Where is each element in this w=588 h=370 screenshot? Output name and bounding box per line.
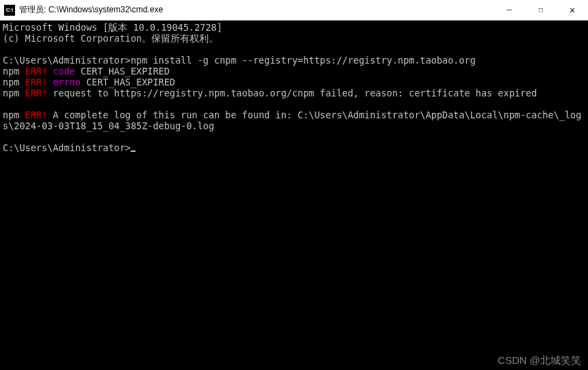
err-code-label: code: [47, 66, 75, 77]
minimize-button[interactable]: ─: [494, 0, 525, 21]
watermark: CSDN @北城笑笑: [498, 355, 581, 366]
terminal-line: (c) Microsoft Corporation。保留所有权利。: [3, 33, 218, 44]
err-label: ERR!: [25, 88, 48, 98]
npm-label: npm: [3, 66, 25, 77]
cmd-icon-text: C:\: [6, 7, 14, 13]
prompt-path: C:\Users\Administrator>: [3, 142, 131, 153]
err-errno-label: errno: [47, 77, 81, 88]
window-title: 管理员: C:\Windows\system32\cmd.exe: [19, 4, 163, 16]
prompt-path: C:\Users\Administrator>: [3, 55, 131, 66]
window-titlebar: C:\ 管理员: C:\Windows\system32\cmd.exe ─ □…: [0, 0, 588, 21]
err-log-text: A complete log of this run can be found …: [3, 109, 581, 131]
err-label: ERR!: [25, 109, 48, 120]
err-label: ERR!: [25, 66, 48, 77]
titlebar-buttons: ─ □ ×: [494, 0, 588, 21]
err-request-text: request to https://registry.npm.taobao.o…: [47, 88, 537, 98]
cursor: [131, 150, 136, 152]
npm-label: npm: [3, 77, 25, 88]
terminal-area[interactable]: Microsoft Windows [版本 10.0.19045.2728] (…: [0, 21, 588, 370]
prompt-command: npm install -g cnpm --registry=https://r…: [131, 55, 476, 66]
err-errno-value: CERT_HAS_EXPIRED: [81, 77, 175, 88]
err-label: ERR!: [25, 77, 48, 88]
close-button[interactable]: ×: [557, 0, 588, 21]
terminal-line: Microsoft Windows [版本 10.0.19045.2728]: [3, 22, 222, 33]
cmd-icon: C:\: [4, 5, 15, 16]
titlebar-left: C:\ 管理员: C:\Windows\system32\cmd.exe: [4, 4, 163, 16]
err-code-value: CERT_HAS_EXPIRED: [75, 66, 170, 77]
npm-label: npm: [3, 88, 25, 98]
npm-label: npm: [3, 109, 25, 120]
maximize-button[interactable]: □: [525, 0, 557, 21]
